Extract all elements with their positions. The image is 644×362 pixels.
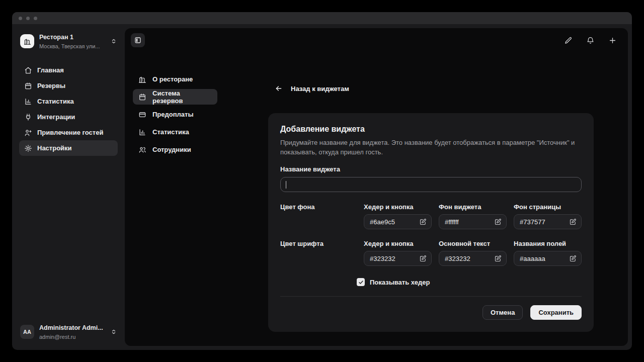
plug-icon [24,113,32,121]
person-add-icon [24,129,32,137]
settings-nav-label: Предоплаты [152,111,194,118]
sidebar-nav: Главная Резервы Статистика Интеграции Пр… [19,62,118,156]
edit-square-icon [419,255,427,262]
sidebar-item-label: Настройки [37,144,72,152]
restaurant-selector[interactable]: Ресторан 1 Москва, Тверская ули... [19,31,118,51]
show-header-checkbox-row[interactable]: Показывать хедер [357,278,582,286]
card-title: Добавление виджета [280,124,582,134]
pencil-icon [564,36,573,45]
color-value: #ffffff [445,218,459,226]
show-header-label: Показывать хедер [370,279,430,286]
card-description: Придумайте название для виджета. Это наз… [280,138,582,157]
window-titlebar[interactable] [12,12,632,24]
edit-square-icon [494,255,502,262]
add-widget-card: Добавление виджета Придумайте название д… [268,113,594,332]
bg-page-color-field[interactable]: #737577 [514,214,582,229]
chevron-updown-icon [111,38,117,45]
notifications-button[interactable] [586,36,595,45]
calendar-icon [138,93,146,101]
back-label: Назад к виджетам [291,85,349,93]
add-button[interactable] [608,36,617,45]
font-header-button-color-field[interactable]: #323232 [364,251,432,266]
calendar-icon [24,82,32,90]
color-value: #323232 [370,255,395,262]
sidebar-item-label: Привлечение гостей [37,129,103,136]
bg-row-label: Цвет фона [280,203,357,211]
app-window: Ресторан 1 Москва, Тверская ули... Главн… [12,12,632,350]
main-panel: О ресторане Система резервов Предоплаты … [125,28,628,346]
settings-nav-statistics[interactable]: Статистика [133,124,217,140]
check-icon [358,280,364,285]
font-field-names-color-field[interactable]: #aaaaaa [514,251,582,266]
color-value: #737577 [520,218,545,226]
settings-nav-reserve-system[interactable]: Система резервов [133,89,217,105]
color-value: #6ae9c5 [370,218,395,226]
topbar [125,28,628,52]
font-row-label: Цвет шрифта [280,240,357,247]
window-minimize-button[interactable] [26,17,30,20]
sidebar-item-home[interactable]: Главная [19,62,118,78]
edit-square-icon [419,218,427,226]
settings-nav-prepayments[interactable]: Предоплаты [133,107,217,122]
edit-square-icon [569,255,577,262]
user-name: Administrator Admi... [39,324,103,331]
background-color-row: Цвет фона Хедер и кнопка #6ae9c5 Фон вид… [280,203,582,229]
color-value: #323232 [445,255,470,262]
bg-widget-color-field[interactable]: #ffffff [439,214,507,229]
window-zoom-button[interactable] [34,17,37,20]
user-email: admin@rest.ru [39,334,75,340]
text-caret [286,181,286,189]
avatar: AA [20,325,34,339]
building-icon [138,75,146,83]
font-color-row: Цвет шрифта Хедер и кнопка #323232 Основ… [280,240,582,266]
edit-square-icon [569,218,577,226]
content-area: Назад к виджетам Добавление виджета Прид… [268,52,628,346]
sidebar-item-reserves[interactable]: Резервы [19,78,118,94]
card-divider [280,296,582,297]
settings-nav-label: Сотрудники [152,146,191,153]
settings-nav: О ресторане Система резервов Предоплаты … [125,52,268,346]
bg-widget-label: Фон виджета [439,203,507,211]
credit-card-icon [138,111,146,119]
sidebar-item-label: Главная [37,66,64,74]
home-icon [24,66,32,74]
bg-header-button-color-field[interactable]: #6ae9c5 [364,214,432,229]
settings-nav-label: Система резервов [152,89,212,105]
edit-button[interactable] [564,36,573,45]
bell-icon [586,36,595,45]
back-arrow-icon [275,84,283,93]
font-field-names-label: Названия полей [514,240,582,247]
restaurant-address: Москва, Тверская ули... [39,43,100,49]
sidebar-item-integrations[interactable]: Интеграции [19,109,118,125]
widget-name-input[interactable] [280,177,582,192]
bar-chart-icon [24,98,32,106]
settings-nav-label: О ресторане [152,75,193,83]
font-main-text-color-field[interactable]: #323232 [439,251,507,266]
window-close-button[interactable] [19,17,22,20]
sidebar-item-label: Резервы [37,82,65,89]
edit-square-icon [494,218,502,226]
sidebar-toggle-button[interactable] [131,33,145,47]
bar-chart-icon [138,128,146,136]
color-value: #aaaaaa [520,255,545,262]
cancel-button[interactable]: Отмена [482,305,523,320]
sidebar-item-statistics[interactable]: Статистика [19,94,118,109]
gear-icon [24,144,32,152]
user-account-selector[interactable]: AA Administrator Admi... admin@rest.ru [19,322,118,342]
font-main-text-label: Основной текст [439,240,507,247]
chevron-updown-icon [111,328,117,335]
settings-nav-employees[interactable]: Сотрудники [133,142,217,157]
panel-toggle-icon [134,36,142,44]
sidebar-item-settings[interactable]: Настройки [19,140,118,156]
save-button[interactable]: Сохранить [530,305,582,320]
checkbox-checked[interactable] [357,278,365,286]
people-icon [138,146,146,154]
restaurant-name: Ресторан 1 [39,34,73,41]
widget-name-label: Название виджета [280,165,582,173]
settings-nav-about-restaurant[interactable]: О ресторане [133,71,217,87]
back-to-widgets-link[interactable]: Назад к виджетам [268,84,594,93]
sidebar-item-guest-attraction[interactable]: Привлечение гостей [19,125,118,140]
font-header-button-label: Хедер и кнопка [364,240,432,247]
bg-page-label: Фон страницы [514,203,582,211]
plus-icon [608,36,617,45]
